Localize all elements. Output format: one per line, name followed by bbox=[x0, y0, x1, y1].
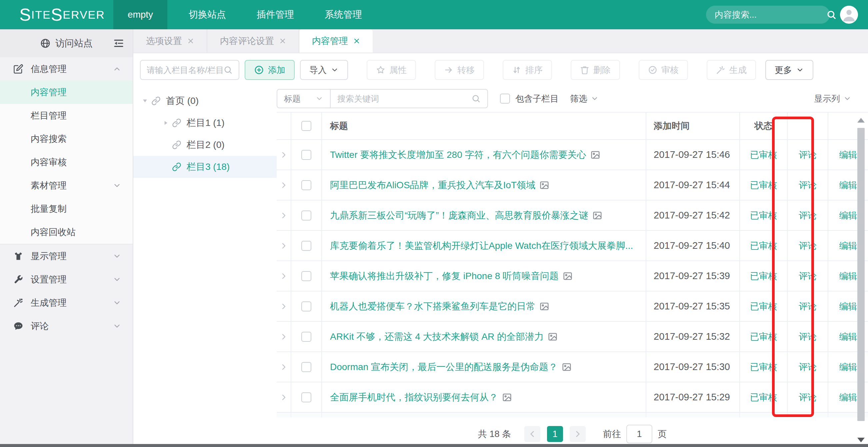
row-expand-button[interactable] bbox=[277, 170, 291, 200]
content-title-link[interactable]: 机器人也爱搭便车？水下搭乘鲨鱼列车是它的日常 bbox=[330, 300, 535, 313]
row-expand-button[interactable] bbox=[277, 231, 291, 261]
vertical-scrollbar[interactable] bbox=[857, 115, 865, 445]
review-button[interactable]: 审核 bbox=[639, 60, 688, 80]
visit-site-label[interactable]: 访问站点 bbox=[55, 37, 93, 49]
tab-option-settings[interactable]: 选项设置 bbox=[133, 29, 207, 53]
row-checkbox[interactable] bbox=[301, 241, 311, 251]
tree-node-column3[interactable]: 栏目3 (18) bbox=[133, 156, 277, 178]
row-checkbox[interactable] bbox=[301, 210, 311, 220]
tab-content-management[interactable]: 内容管理 bbox=[299, 29, 373, 53]
content-title-link[interactable]: 全面屏手机时代，指纹识别要何去何从？ bbox=[330, 391, 498, 404]
edit-link[interactable]: 编辑 bbox=[839, 240, 857, 252]
caret-right-icon[interactable] bbox=[159, 119, 172, 126]
comment-link[interactable]: 评论 bbox=[799, 331, 817, 343]
content-title-link[interactable]: Doorman 宣布关闭，最后一公里的配送服务是伪命题？ bbox=[330, 361, 558, 373]
close-icon[interactable] bbox=[279, 38, 286, 44]
content-title-link[interactable]: 苹果确认将推出升级补丁，修复 iPhone 8 听筒噪音问题 bbox=[330, 270, 559, 282]
nav-system-management[interactable]: 系统管理 bbox=[309, 0, 377, 29]
sort-button[interactable]: 排序 bbox=[503, 60, 552, 80]
comment-link[interactable]: 评论 bbox=[799, 301, 817, 312]
display-columns-dropdown[interactable]: 显示列 bbox=[814, 93, 851, 105]
comment-link[interactable]: 评论 bbox=[799, 149, 817, 161]
sidebar-item-content-review[interactable]: 内容审核 bbox=[0, 150, 133, 174]
more-button[interactable]: 更多 bbox=[765, 60, 813, 80]
nav-switch-site[interactable]: 切换站点 bbox=[173, 0, 241, 29]
tree-node-column1[interactable]: 栏目1 (1) bbox=[133, 112, 277, 134]
sidebar-item-content-search[interactable]: 内容搜索 bbox=[0, 127, 133, 150]
comment-link[interactable]: 评论 bbox=[799, 270, 817, 282]
scroll-up-arrow-icon[interactable] bbox=[857, 118, 865, 123]
user-avatar[interactable] bbox=[840, 6, 858, 24]
horizontal-scrollbar[interactable] bbox=[0, 444, 868, 447]
content-title-link[interactable]: 阿里巴巴发布AliOS品牌，重兵投入汽车及IoT领域 bbox=[330, 179, 535, 192]
globe-icon[interactable] bbox=[40, 38, 51, 48]
column-search-input[interactable] bbox=[147, 65, 223, 75]
row-expand-button[interactable] bbox=[277, 140, 291, 170]
filter-dropdown[interactable]: 筛选 bbox=[570, 93, 599, 105]
scrollbar-thumb[interactable] bbox=[857, 128, 865, 421]
prev-page-button[interactable] bbox=[524, 426, 540, 442]
row-checkbox[interactable] bbox=[301, 332, 311, 342]
import-button[interactable]: 导入 bbox=[300, 60, 348, 80]
sidebar-item-column-management[interactable]: 栏目管理 bbox=[0, 104, 133, 127]
sidebar-item-comments[interactable]: 评论 bbox=[0, 314, 133, 338]
column-search-box[interactable] bbox=[140, 60, 239, 80]
page-number-button[interactable]: 1 bbox=[547, 426, 563, 442]
edit-link[interactable]: 编辑 bbox=[839, 179, 857, 191]
comment-link[interactable]: 评论 bbox=[799, 179, 817, 191]
global-search[interactable] bbox=[706, 6, 830, 24]
comment-link[interactable]: 评论 bbox=[799, 209, 817, 221]
add-button[interactable]: 添加 bbox=[245, 60, 294, 80]
tree-node-column2[interactable]: 栏目2 (0) bbox=[133, 134, 277, 156]
sidebar-item-content-recycle[interactable]: 内容回收站 bbox=[0, 220, 133, 244]
row-expand-button[interactable] bbox=[277, 352, 291, 382]
goto-page-input[interactable] bbox=[626, 425, 652, 443]
row-checkbox[interactable] bbox=[301, 271, 311, 281]
row-expand-button[interactable] bbox=[277, 322, 291, 351]
content-title-link[interactable]: 库克要偷着乐了！美监管机构开绿灯让Apple Watch在医疗领域大展拳脚... bbox=[330, 239, 633, 252]
close-icon[interactable] bbox=[187, 38, 194, 44]
include-children-checkbox[interactable] bbox=[500, 94, 510, 104]
row-expand-button[interactable] bbox=[277, 261, 291, 291]
comment-link[interactable]: 评论 bbox=[799, 240, 817, 252]
next-page-button[interactable] bbox=[570, 426, 586, 442]
include-children-checkbox-row[interactable]: 包含子栏目 bbox=[500, 93, 559, 105]
sidebar-item-batch-copy[interactable]: 批量复制 bbox=[0, 197, 133, 220]
sidebar-item-display-management[interactable]: 显示管理 bbox=[0, 244, 133, 268]
search-field-select[interactable]: 标题 bbox=[277, 90, 331, 108]
sidebar-collapse-icon[interactable] bbox=[113, 38, 125, 48]
edit-link[interactable]: 编辑 bbox=[839, 149, 857, 161]
nav-plugin-management[interactable]: 插件管理 bbox=[241, 0, 309, 29]
delete-button[interactable]: 删除 bbox=[571, 60, 620, 80]
sidebar-item-material-management[interactable]: 素材管理 bbox=[0, 174, 133, 197]
global-search-input[interactable] bbox=[715, 10, 826, 20]
caret-down-icon[interactable] bbox=[139, 98, 151, 104]
keyword-input-box[interactable] bbox=[331, 90, 487, 108]
comment-link[interactable]: 评论 bbox=[799, 391, 817, 403]
row-expand-button[interactable] bbox=[277, 201, 291, 230]
row-checkbox[interactable] bbox=[301, 180, 311, 190]
content-title-link[interactable]: ARKit 不够，还需这 4 大技术来解锁 AR 的全部潜力 bbox=[330, 331, 544, 343]
sidebar-item-generate-management[interactable]: 生成管理 bbox=[0, 291, 133, 314]
comment-link[interactable]: 评论 bbox=[799, 361, 817, 373]
content-title-link[interactable]: 九鼎系新三板公司“玩嗨了”！庞森商业、高思教育股价暴涨之谜 bbox=[330, 209, 588, 222]
current-site-tab[interactable]: empty bbox=[113, 0, 167, 29]
siteserver-logo[interactable]: SITESERVER bbox=[0, 0, 113, 29]
content-title-link[interactable]: Twitter 要将推文长度增加至 280 字符，有六个问题你需要关心 bbox=[330, 148, 586, 161]
search-icon[interactable] bbox=[826, 10, 836, 20]
row-checkbox[interactable] bbox=[301, 392, 311, 402]
row-expand-button[interactable] bbox=[277, 291, 291, 321]
sidebar-item-settings-management[interactable]: 设置管理 bbox=[0, 268, 133, 291]
row-checkbox[interactable] bbox=[301, 362, 311, 372]
edit-link[interactable]: 编辑 bbox=[839, 361, 857, 373]
row-expand-button[interactable] bbox=[277, 382, 291, 412]
sidebar-item-info-management[interactable]: 信息管理 bbox=[0, 57, 133, 80]
generate-button[interactable]: 生成 bbox=[707, 60, 756, 80]
scroll-down-arrow-icon[interactable] bbox=[857, 438, 865, 442]
tree-node-home[interactable]: 首页 (0) bbox=[133, 90, 277, 112]
edit-link[interactable]: 编辑 bbox=[839, 391, 857, 403]
attributes-button[interactable]: 属性 bbox=[367, 60, 416, 80]
edit-link[interactable]: 编辑 bbox=[839, 209, 857, 221]
sidebar-item-content-management[interactable]: 内容管理 bbox=[0, 80, 133, 104]
select-all-checkbox[interactable] bbox=[301, 121, 311, 131]
